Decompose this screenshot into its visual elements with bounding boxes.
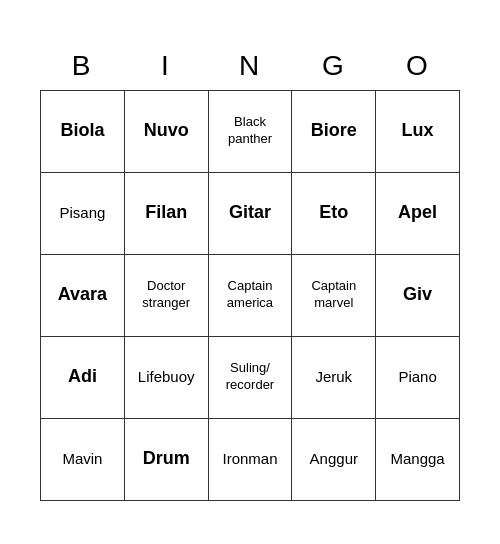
row-3: AdiLifebuoySuling/ recorderJerukPiano (41, 337, 460, 419)
cell-1-4: Apel (376, 173, 460, 255)
cell-1-0: Pisang (41, 173, 125, 255)
cell-3-0: Adi (41, 337, 125, 419)
cell-0-0: Biola (41, 91, 125, 173)
cell-2-1: Doctor stranger (125, 255, 209, 337)
cell-0-4: Lux (376, 91, 460, 173)
row-0: BiolaNuvoBlack pantherBioreLux (41, 91, 460, 173)
cell-4-1: Drum (125, 419, 209, 501)
bingo-card: BINGO BiolaNuvoBlack pantherBioreLuxPisa… (40, 44, 460, 501)
header-letter-B: B (40, 44, 124, 88)
cell-2-2: Captain america (209, 255, 293, 337)
cell-4-2: Ironman (209, 419, 293, 501)
cell-3-4: Piano (376, 337, 460, 419)
header-letter-O: O (376, 44, 460, 88)
cell-2-3: Captain marvel (292, 255, 376, 337)
cell-1-2: Gitar (209, 173, 293, 255)
cell-3-1: Lifebuoy (125, 337, 209, 419)
row-2: AvaraDoctor strangerCaptain americaCapta… (41, 255, 460, 337)
cell-2-4: Giv (376, 255, 460, 337)
header-letter-G: G (292, 44, 376, 88)
cell-3-2: Suling/ recorder (209, 337, 293, 419)
cell-4-0: Mavin (41, 419, 125, 501)
cell-0-3: Biore (292, 91, 376, 173)
cell-1-1: Filan (125, 173, 209, 255)
row-1: PisangFilanGitarEtoApel (41, 173, 460, 255)
bingo-header: BINGO (40, 44, 460, 88)
cell-4-3: Anggur (292, 419, 376, 501)
bingo-grid: BiolaNuvoBlack pantherBioreLuxPisangFila… (40, 90, 460, 501)
cell-2-0: Avara (41, 255, 125, 337)
cell-3-3: Jeruk (292, 337, 376, 419)
cell-0-2: Black panther (209, 91, 293, 173)
header-letter-I: I (124, 44, 208, 88)
header-letter-N: N (208, 44, 292, 88)
cell-1-3: Eto (292, 173, 376, 255)
row-4: MavinDrumIronmanAnggurMangga (41, 419, 460, 501)
cell-0-1: Nuvo (125, 91, 209, 173)
cell-4-4: Mangga (376, 419, 460, 501)
